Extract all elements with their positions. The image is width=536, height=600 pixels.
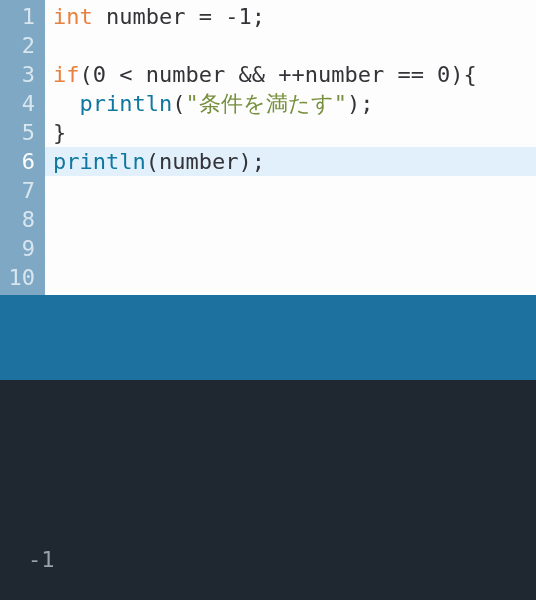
code-token: (0 < number && ++number == 0){ [80, 62, 477, 87]
code-line [53, 205, 536, 234]
code-token: } [53, 120, 66, 145]
console-output: -1 [28, 546, 508, 582]
code-token: number = -1; [93, 4, 265, 29]
line-number: 5 [0, 118, 45, 147]
code-token: if [53, 62, 80, 87]
console-panel: -1 [0, 380, 536, 600]
divider-bar [0, 295, 536, 380]
code-token: println [53, 149, 146, 174]
code-token: "条件を満たす" [185, 91, 347, 116]
line-number: 7 [0, 176, 45, 205]
code-line: println("条件を満たす"); [53, 89, 536, 118]
line-number: 10 [0, 263, 45, 292]
line-number: 2 [0, 31, 45, 60]
code-line: int number = -1; [53, 2, 536, 31]
code-token: println [80, 91, 173, 116]
line-number: 9 [0, 234, 45, 263]
code-token: ); [347, 91, 374, 116]
code-token: ( [172, 91, 185, 116]
line-number: 6 [0, 147, 45, 176]
line-number: 3 [0, 60, 45, 89]
line-number: 1 [0, 2, 45, 31]
code-line [53, 176, 536, 205]
code-line [53, 263, 536, 292]
line-number: 8 [0, 205, 45, 234]
code-token: (number); [146, 149, 265, 174]
line-gutter: 12345678910 [0, 0, 45, 295]
code-line [53, 234, 536, 263]
code-line: println(number); [45, 147, 536, 176]
code-editor: 12345678910 int number = -1;if(0 < numbe… [0, 0, 536, 295]
code-area[interactable]: int number = -1;if(0 < number && ++numbe… [45, 0, 536, 295]
code-token [53, 91, 80, 116]
code-line: } [53, 118, 536, 147]
code-line: if(0 < number && ++number == 0){ [53, 60, 536, 89]
code-token: int [53, 4, 93, 29]
line-number: 4 [0, 89, 45, 118]
code-line [53, 31, 536, 60]
